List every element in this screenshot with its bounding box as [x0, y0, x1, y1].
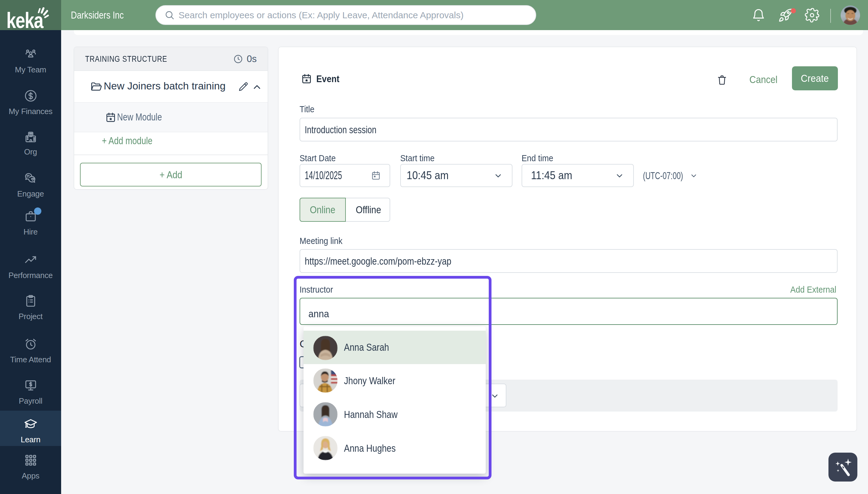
svg-text:keka: keka: [6, 8, 43, 30]
